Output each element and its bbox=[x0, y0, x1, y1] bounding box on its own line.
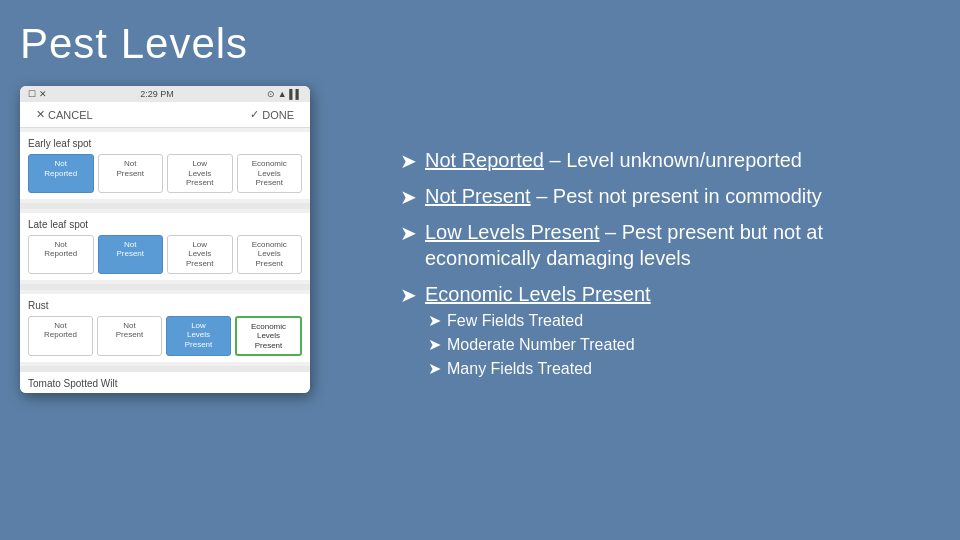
phone-mockup: ☐ ✕ 2:29 PM ⊙ ▲ ▌▌ ✕ CANCEL ✓ DONE Early… bbox=[20, 86, 310, 393]
phone-bottom-label: Tomato Spotted Wilt bbox=[20, 372, 310, 393]
phone-status-bar: ☐ ✕ 2:29 PM ⊙ ▲ ▌▌ bbox=[20, 86, 310, 102]
early-leaf-spot-options: NotReported NotPresent LowLevelsPresent … bbox=[28, 154, 302, 193]
sub-bullet-text-many: Many Fields Treated bbox=[447, 359, 592, 380]
pest-option-low-levels-rust[interactable]: LowLevelsPresent bbox=[166, 316, 231, 357]
pest-option-not-reported-late[interactable]: NotReported bbox=[28, 235, 94, 274]
bullet-text-not-present: Not Present – Pest not present in commod… bbox=[425, 183, 822, 209]
bullet-low-levels: ➤ Low Levels Present – Pest present but … bbox=[400, 219, 930, 271]
rust-label: Rust bbox=[28, 300, 302, 311]
status-left-icons: ☐ ✕ bbox=[28, 89, 47, 99]
bullet-economic: ➤ Economic Levels Present ➤ Few Fields T… bbox=[400, 281, 930, 382]
pest-option-low-levels-early[interactable]: LowLevelsPresent bbox=[167, 154, 233, 193]
sub-bullet-text-few: Few Fields Treated bbox=[447, 311, 583, 332]
bullet-text-economic: Economic Levels Present bbox=[425, 281, 651, 307]
left-panel: Pest Levels ☐ ✕ 2:29 PM ⊙ ▲ ▌▌ ✕ CANCEL … bbox=[0, 0, 380, 540]
phone-action-bar: ✕ CANCEL ✓ DONE bbox=[20, 102, 310, 128]
rust-options: NotReported NotPresent LowLevelsPresent … bbox=[28, 316, 302, 357]
pest-section-rust: Rust NotReported NotPresent LowLevelsPre… bbox=[20, 294, 310, 363]
sub-bullet-text-moderate: Moderate Number Treated bbox=[447, 335, 635, 356]
done-button[interactable]: ✓ DONE bbox=[250, 108, 294, 121]
late-leaf-spot-label: Late leaf spot bbox=[28, 219, 302, 230]
pest-option-economic-early[interactable]: EconomicLevelsPresent bbox=[237, 154, 303, 193]
pest-option-low-levels-late[interactable]: LowLevelsPresent bbox=[167, 235, 233, 274]
pest-option-not-present-late[interactable]: NotPresent bbox=[98, 235, 164, 274]
arrow-icon-not-present: ➤ bbox=[400, 185, 417, 209]
sub-bullet-many-fields: ➤ Many Fields Treated bbox=[428, 359, 635, 380]
done-label: DONE bbox=[262, 109, 294, 121]
cancel-icon: ✕ bbox=[36, 108, 45, 121]
sub-arrow-icon-few: ➤ bbox=[428, 311, 441, 330]
status-time: 2:29 PM bbox=[140, 89, 174, 99]
phone-divider-1 bbox=[20, 203, 310, 209]
arrow-icon-economic: ➤ bbox=[400, 283, 417, 307]
sub-arrow-icon-many: ➤ bbox=[428, 359, 441, 378]
bullet-not-present: ➤ Not Present – Pest not present in comm… bbox=[400, 183, 930, 209]
pest-section-late-leaf-spot: Late leaf spot NotReported NotPresent Lo… bbox=[20, 213, 310, 280]
pest-option-economic-rust[interactable]: EconomicLevelsPresent bbox=[235, 316, 302, 357]
pest-option-not-reported-early[interactable]: NotReported bbox=[28, 154, 94, 193]
late-leaf-spot-options: NotReported NotPresent LowLevelsPresent … bbox=[28, 235, 302, 274]
right-panel: ➤ Not Reported – Level unknown/unreporte… bbox=[380, 0, 960, 540]
early-leaf-spot-label: Early leaf spot bbox=[28, 138, 302, 149]
pest-option-not-reported-rust[interactable]: NotReported bbox=[28, 316, 93, 357]
pest-option-economic-late[interactable]: EconomicLevelsPresent bbox=[237, 235, 303, 274]
sub-bullet-few-fields: ➤ Few Fields Treated bbox=[428, 311, 635, 332]
bullet-label-economic: Economic Levels Present bbox=[425, 283, 651, 305]
done-checkmark-icon: ✓ bbox=[250, 108, 259, 121]
cancel-label: CANCEL bbox=[48, 109, 93, 121]
bullet-label-not-present: Not Present bbox=[425, 185, 531, 207]
slide-title: Pest Levels bbox=[20, 20, 370, 68]
bullet-text-not-reported: Not Reported – Level unknown/unreported bbox=[425, 147, 802, 173]
pest-option-not-present-rust[interactable]: NotPresent bbox=[97, 316, 162, 357]
bullet-not-reported: ➤ Not Reported – Level unknown/unreporte… bbox=[400, 147, 930, 173]
bullet-label-low-levels: Low Levels Present bbox=[425, 221, 600, 243]
sub-arrow-icon-moderate: ➤ bbox=[428, 335, 441, 354]
cancel-button[interactable]: ✕ CANCEL bbox=[36, 108, 93, 121]
sub-bullet-moderate: ➤ Moderate Number Treated bbox=[428, 335, 635, 356]
bullet-text-low-levels: Low Levels Present – Pest present but no… bbox=[425, 219, 930, 271]
sub-bullets-economic: ➤ Few Fields Treated ➤ Moderate Number T… bbox=[400, 311, 635, 382]
pest-section-early-leaf-spot: Early leaf spot NotReported NotPresent L… bbox=[20, 132, 310, 199]
bullet-label-not-reported: Not Reported bbox=[425, 149, 544, 171]
arrow-icon-not-reported: ➤ bbox=[400, 149, 417, 173]
status-right-icons: ⊙ ▲ ▌▌ bbox=[267, 89, 302, 99]
arrow-icon-low-levels: ➤ bbox=[400, 221, 417, 245]
phone-divider-2 bbox=[20, 284, 310, 290]
pest-option-not-present-early[interactable]: NotPresent bbox=[98, 154, 164, 193]
